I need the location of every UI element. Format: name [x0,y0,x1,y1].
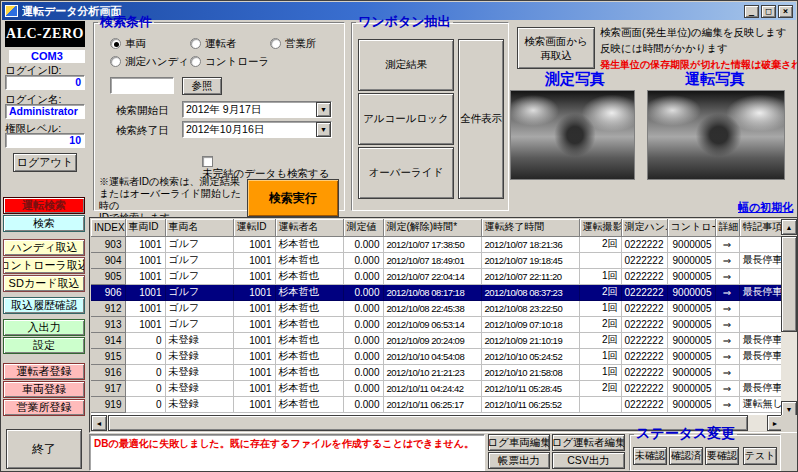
col-header[interactable]: 測定ハン.. [621,219,667,236]
results-table: INDEX車両ID車両名運転ID運転者名測定値測定(解除)時間*運転終了時間運転… [89,217,798,433]
status-confirmed-button[interactable]: 確認済 [669,447,703,465]
exit-button[interactable]: 終了 [6,429,82,469]
end-date-select[interactable]: 2012年10月16日 ▼ [182,121,332,138]
status-unconfirmed-button[interactable]: 未確認 [633,447,667,465]
search-id-input[interactable] [110,77,174,94]
detail-arrow-icon[interactable]: ⇒ [715,236,739,252]
detail-arrow-icon[interactable]: ⇒ [715,300,739,316]
sidebar-button-controller-import[interactable]: コントローラ取込 [3,257,85,274]
radio-vehicle[interactable]: 車両 [110,37,146,51]
sidebar-button-drive-search[interactable]: 運転検索 [3,197,85,214]
refetch-info-line1: 検索画面(発生単位)の編集を反映します [600,26,787,40]
detail-arrow-icon[interactable]: ⇒ [715,396,739,412]
table-cell: 1001 [125,236,165,252]
table-row[interactable]: 9150未登録1001杉本哲也0.0002012/10/10 04:54:082… [91,348,783,364]
end-date-value: 2012年10月16日 [183,122,316,137]
logout-button[interactable]: ログアウト [13,153,77,172]
status-test-button[interactable]: テスト [743,447,777,465]
sidebar-button-handy-import[interactable]: ハンディ取込 [3,239,85,256]
override-button[interactable]: オーバーライド [358,147,454,199]
col-header[interactable]: 測定値 [343,219,383,236]
report-output-button[interactable]: 帳票出力 [488,452,550,469]
permission-level-field[interactable]: 10 [5,133,85,148]
table-row[interactable]: 9061001ゴルフ1001杉本哲也0.0002012/10/08 08:17:… [91,284,783,300]
log-driver-edit-button[interactable]: ログ運転者編集 [552,434,625,451]
radio-office[interactable]: 営業所 [270,37,317,51]
radio-driver[interactable]: 運転者 [190,37,237,51]
table-row[interactable]: 9051001ゴルフ1001杉本哲也0.0002012/10/07 22:04:… [91,268,783,284]
sidebar-button-io[interactable]: 入出力 [3,319,85,336]
col-header[interactable]: 運転ID [233,219,275,236]
detail-arrow-icon[interactable]: ⇒ [715,284,739,300]
sidebar-button-import-history[interactable]: 取込履歴確認 [3,297,85,314]
scroll-up-icon[interactable]: ▲ [781,219,797,235]
chevron-down-icon[interactable]: ▼ [316,122,331,137]
col-header[interactable]: 車両名 [165,219,233,236]
alcohol-lock-button[interactable]: アルコールロック [358,93,454,145]
table-row[interactable]: 9170未登録1001杉本哲也0.0002012/10/11 04:24:422… [91,380,783,396]
chevron-down-icon[interactable]: ▼ [316,102,331,117]
col-header[interactable]: 特記事項 [739,219,783,236]
table-row[interactable]: 9131001ゴルフ1001杉本哲也0.0002012/10/09 06:53:… [91,316,783,332]
maximize-button[interactable]: □ [761,5,776,18]
vscroll-thumb[interactable] [781,236,797,332]
col-header[interactable]: 詳細 [715,219,739,236]
table-cell: 0.000 [343,300,383,316]
login-id-field[interactable]: 0 [5,75,85,90]
log-vehicle-edit-button[interactable]: ログ車両編集 [488,434,550,451]
sidebar-button-driver-register[interactable]: 運転者登録 [3,363,85,380]
results-grid[interactable]: INDEX車両ID車両名運転ID運転者名測定値測定(解除)時間*運転終了時間運転… [91,219,783,417]
table-cell: 運転無し [739,396,783,412]
col-header[interactable]: 運転終了時間 [481,219,579,236]
detail-arrow-icon[interactable]: ⇒ [715,380,739,396]
table-row[interactable]: 9041001ゴルフ1001杉本哲也0.0002012/10/07 18:49:… [91,252,783,268]
table-row[interactable]: 9140未登録1001杉本哲也0.0002012/10/09 20:24:092… [91,332,783,348]
sidebar-button-sdcard-import[interactable]: SDカード取込 [3,275,85,292]
measurement-result-button[interactable]: 測定結果 [358,39,454,91]
table-cell: 0.000 [343,380,383,396]
vertical-scrollbar[interactable]: ▲ ▼ [781,219,797,417]
browse-button[interactable]: 参照 [182,77,222,95]
table-row[interactable]: 9160未登録1001杉本哲也0.0002012/10/10 21:21:232… [91,364,783,380]
col-header[interactable]: 測定(解除)時間* [383,219,481,236]
radio-handy[interactable]: 測定ハンディ [110,55,189,69]
detail-arrow-icon[interactable]: ⇒ [715,364,739,380]
column-width-reset-link[interactable]: 幅の初期化 [738,200,793,215]
table-cell: 2012/10/07 18:49:01 [383,252,481,268]
detail-arrow-icon[interactable]: ⇒ [715,268,739,284]
radio-office-icon [270,38,281,49]
col-header[interactable]: 車両ID [125,219,165,236]
col-header[interactable]: コントローラ.. [667,219,715,236]
table-row[interactable]: 9190未登録1001杉本哲也0.0002012/10/11 06:25:172… [91,396,783,412]
table-cell: 906 [91,284,125,300]
col-header[interactable]: 運転者名 [275,219,343,236]
sidebar-button-settings[interactable]: 設定 [3,337,85,354]
table-cell: 杉本哲也 [275,236,343,252]
table-cell: 1001 [125,284,165,300]
col-header[interactable]: INDEX [91,219,125,236]
radio-controller[interactable]: コントローラ [190,55,269,69]
table-row[interactable]: 9121001ゴルフ1001杉本哲也0.0002012/10/08 22:45:… [91,300,783,316]
table-row[interactable]: 9031001ゴルフ1001杉本哲也0.0002012/10/07 17:38:… [91,236,783,252]
detail-arrow-icon[interactable]: ⇒ [715,348,739,364]
search-execute-button[interactable]: 検索実行 [247,179,339,217]
scroll-left-icon[interactable]: ◄ [91,415,107,431]
sidebar-button-vehicle-register[interactable]: 車両登録 [3,381,85,398]
status-recheck-button[interactable]: 要確認 [705,447,739,465]
table-cell: 9000005 [667,300,715,316]
sidebar-button-search[interactable]: 検索 [3,215,85,232]
detail-arrow-icon[interactable]: ⇒ [715,252,739,268]
detail-arrow-icon[interactable]: ⇒ [715,316,739,332]
refetch-from-search-button[interactable]: 検索画面から 再取込 [517,27,595,69]
start-date-select[interactable]: 2012年 9月17日 ▼ [182,101,332,118]
col-header[interactable]: 運転撮影 [579,219,621,236]
csv-output-button[interactable]: CSV出力 [552,452,625,469]
sidebar-button-office-register[interactable]: 営業所登録 [3,399,85,416]
detail-arrow-icon[interactable]: ⇒ [715,332,739,348]
minimize-button[interactable]: _ [744,5,759,18]
login-name-field[interactable]: Administrator [5,104,85,119]
table-cell: 最長停車 [739,332,783,348]
close-button[interactable]: × [778,5,793,18]
show-all-button[interactable]: 全件表示 [458,39,504,199]
table-cell: 916 [91,364,125,380]
